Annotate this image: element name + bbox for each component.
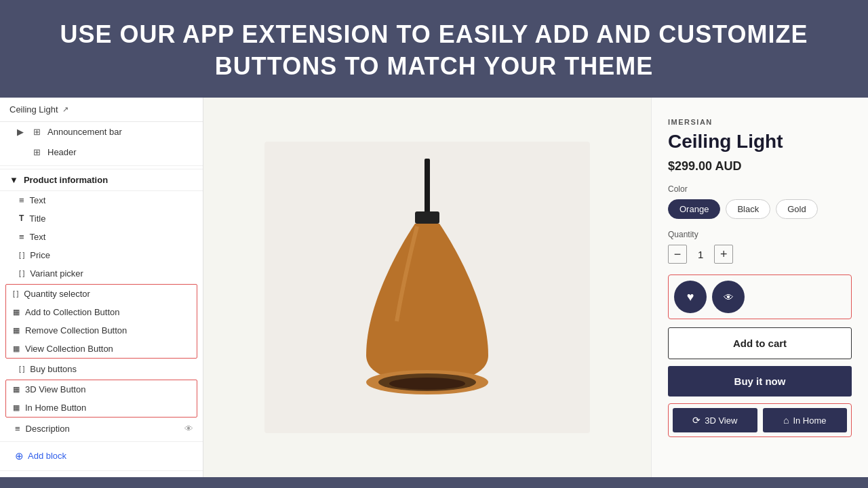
color-section: Color Orange Black Gold <box>668 184 852 219</box>
quantity-plus-button[interactable]: + <box>714 245 733 264</box>
sidebar-item-label: Description <box>26 424 70 434</box>
product-title: Ceiling Light <box>668 130 852 153</box>
product-panel: IMERSIAN Ceiling Light $299.00 AUD Color… <box>651 98 868 477</box>
sidebar-item-product-information[interactable]: ▼ Product information <box>0 169 203 191</box>
t-icon: T <box>19 214 24 223</box>
collection-buttons-row: ♥ 👁 <box>668 274 852 319</box>
sidebar-item-label: Header <box>47 147 77 157</box>
lines-icon: ≡ <box>19 195 24 205</box>
add-to-cart-button[interactable]: Add to cart <box>668 327 852 359</box>
sidebar-item-text-1[interactable]: ≡ Text <box>0 191 203 209</box>
sidebar-item-label: In Home Button <box>25 403 86 413</box>
sidebar-item-announcement-bar[interactable]: ▶ ⊞ Announcement bar <box>0 122 203 142</box>
svg-rect-1 <box>415 211 439 224</box>
color-label: Color <box>668 184 852 194</box>
product-image-container <box>264 142 590 433</box>
top-banner: USE OUR APP EXTENSION TO EASILY ADD AND … <box>0 0 868 98</box>
quantity-minus-button[interactable]: − <box>668 245 687 264</box>
sidebar-item-label: Price <box>30 250 50 260</box>
view-buttons-row: ⟳ 3D View ⌂ In Home <box>668 403 852 437</box>
sidebar-item-label: Text <box>30 232 46 242</box>
sidebar-item-label: 3D View Button <box>25 384 85 394</box>
sidebar: Ceiling Light ↗ ▶ ⊞ Announcement bar ⊞ H… <box>0 98 203 477</box>
in-home-icon: ⌂ <box>783 415 789 426</box>
view-buttons-group: ▦ 3D View Button ▦ In Home Button <box>5 380 197 418</box>
main-content: Ceiling Light ↗ ▶ ⊞ Announcement bar ⊞ H… <box>0 98 868 477</box>
color-gold-button[interactable]: Gold <box>776 199 817 219</box>
eye-slash-icon: 👁 <box>184 424 193 434</box>
sidebar-item-label: View Collection Button <box>25 344 113 354</box>
sidebar-item-label: Buy buttons <box>30 364 77 374</box>
sidebar-item-label: Text <box>30 195 46 205</box>
view-collection-eye-button[interactable]: 👁 <box>712 281 745 313</box>
bracket-icon-3: [ ] <box>13 290 18 298</box>
block-icon-3: ▦ <box>13 344 20 353</box>
sidebar-item-apps[interactable]: ▼ ⠿ Apps <box>0 474 203 477</box>
page-title-label: Ceiling Light <box>9 104 58 115</box>
add-to-collection-heart-button[interactable]: ♥ <box>674 281 707 313</box>
bracket-icon: [ ] <box>19 251 24 259</box>
banner-title: USE OUR APP EXTENSION TO EASILY ADD AND … <box>27 19 841 83</box>
add-block-label: Add block <box>28 451 66 461</box>
sidebar-item-label: Title <box>29 214 45 224</box>
color-orange-button[interactable]: Orange <box>668 199 720 219</box>
quantity-section: Quantity − 1 + <box>668 230 852 264</box>
sidebar-item-label: Variant picker <box>30 268 83 279</box>
collection-buttons-group: [ ] Quantity selector ▦ Add to Collectio… <box>5 284 197 359</box>
sidebar-item-remove-collection[interactable]: ▦ Remove Collection Button <box>6 321 197 340</box>
external-link-icon: ↗ <box>62 105 68 114</box>
sidebar-item-quantity-selector[interactable]: [ ] Quantity selector <box>6 285 197 303</box>
sidebar-item-3d-view[interactable]: ▦ 3D View Button <box>6 380 197 399</box>
sidebar-item-variant-picker[interactable]: [ ] Variant picker <box>0 264 203 283</box>
block-icon: ▦ <box>13 308 20 317</box>
sidebar-page-header[interactable]: Ceiling Light ↗ <box>0 98 203 122</box>
sidebar-item-add-collection[interactable]: ▦ Add to Collection Button <box>6 303 197 321</box>
plus-circle-icon: ⊕ <box>15 450 24 462</box>
svg-rect-0 <box>425 159 430 213</box>
quantity-row: − 1 + <box>668 245 852 264</box>
eye-icon: 👁 <box>724 291 734 303</box>
sidebar-item-label: Product information <box>24 175 108 185</box>
sidebar-item-title[interactable]: T Title <box>0 209 203 228</box>
sidebar-item-in-home[interactable]: ▦ In Home Button <box>6 399 197 417</box>
product-lamp-image <box>339 159 515 416</box>
lines-icon-3: ≡ <box>15 424 20 434</box>
chevron-down-icon: ▼ <box>9 175 18 185</box>
block-icon-5: ▦ <box>13 403 20 412</box>
sidebar-item-text-2[interactable]: ≡ Text <box>0 228 203 246</box>
block-icon-2: ▦ <box>13 326 20 335</box>
sidebar-item-view-collection[interactable]: ▦ View Collection Button <box>6 340 197 358</box>
quantity-value: 1 <box>698 249 703 260</box>
sidebar-item-label: Quantity selector <box>24 289 90 299</box>
sidebar-item-label: Add to Collection Button <box>25 307 119 317</box>
bracket-icon-4: [ ] <box>19 365 24 373</box>
grid-icon-3: ⊞ <box>31 147 42 158</box>
lines-icon-2: ≡ <box>19 232 24 242</box>
3d-view-button[interactable]: ⟳ 3D View <box>673 408 757 432</box>
sidebar-item-price[interactable]: [ ] Price <box>0 246 203 264</box>
brand-label: IMERSIAN <box>668 118 852 126</box>
block-icon-4: ▦ <box>13 385 20 394</box>
color-options: Orange Black Gold <box>668 199 852 219</box>
add-block-button[interactable]: ⊕ Add block <box>0 445 203 468</box>
heart-icon: ♥ <box>687 290 694 304</box>
sidebar-item-label: Remove Collection Button <box>25 325 127 336</box>
color-black-button[interactable]: Black <box>726 199 770 219</box>
grid-icon: ⊞ <box>31 127 42 138</box>
product-price: $299.00 AUD <box>668 159 852 174</box>
in-home-button[interactable]: ⌂ In Home <box>763 408 848 432</box>
sidebar-item-buy-buttons[interactable]: [ ] Buy buttons <box>0 360 203 378</box>
product-image-area <box>203 98 651 477</box>
3d-view-label: 3D View <box>705 415 737 426</box>
sidebar-item-label: Announcement bar <box>47 127 122 137</box>
chevron-right-icon: ▶ <box>15 127 26 138</box>
3d-view-icon: ⟳ <box>692 415 701 426</box>
sidebar-item-description[interactable]: ≡ Description 👁 <box>0 419 203 439</box>
svg-point-4 <box>389 378 465 390</box>
sidebar-item-header[interactable]: ⊞ Header <box>0 142 203 163</box>
quantity-label: Quantity <box>668 230 852 239</box>
grid-icon-2 <box>15 147 26 158</box>
in-home-label: In Home <box>793 415 826 426</box>
bracket-icon-2: [ ] <box>19 270 24 277</box>
buy-now-button[interactable]: Buy it now <box>668 366 852 396</box>
